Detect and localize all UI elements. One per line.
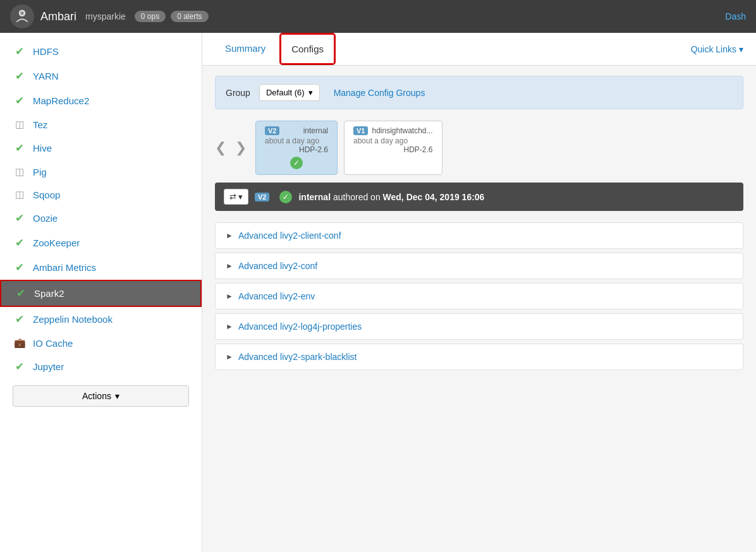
green_check-icon: ✔: [14, 287, 28, 300]
sidebar-label-tez: Tez: [33, 119, 47, 130]
sidebar-item-zeppelin[interactable]: ✔Zeppelin Notebook: [0, 307, 202, 332]
ver-time-1: about a day ago: [353, 136, 433, 145]
accordion-label-adv-livy2-log4j: Advanced livy2-log4j-properties: [238, 321, 362, 332]
top-navbar: Ambari mysparkie 0 ops 0 alerts Dash: [0, 0, 756, 33]
config-area: Group Default (6) ▾ Manage Config Groups…: [202, 66, 756, 384]
version-dark-bar: ⇄ ▾ V2 ✓ internal authored on Wed, Dec 0…: [215, 183, 743, 211]
ver-tag-1: hdinsightwatchd...: [372, 126, 432, 135]
sidebar-item-sqoop[interactable]: ◫Sqoop: [0, 183, 202, 206]
briefcase-icon: 💼: [13, 337, 27, 349]
shuffle-button[interactable]: ⇄ ▾: [224, 189, 248, 205]
green_check-icon: ✔: [13, 69, 27, 83]
green_check-icon: ✔: [13, 313, 27, 326]
sidebar-label-jupyter: Jupyter: [33, 361, 64, 372]
sidebar-label-hdfs: HDFS: [33, 46, 59, 57]
dark-bar-text3: Wed, Dec 04, 2019 16:06: [383, 192, 485, 202]
green_check-icon: ✔: [13, 45, 27, 58]
accordion-item-adv-livy2-spark-blacklist: ► Advanced livy2-spark-blacklist: [215, 344, 743, 370]
accordion-header-adv-livy2-log4j[interactable]: ► Advanced livy2-log4j-properties: [216, 314, 743, 339]
accordion-label-adv-livy2-conf: Advanced livy2-conf: [238, 261, 317, 271]
tabs-bar: Summary Configs Quick Links ▾: [202, 33, 756, 66]
alerts-badge[interactable]: 0 alerts: [171, 11, 208, 22]
ver-badge-0: V2: [265, 126, 279, 135]
sidebar-item-hdfs[interactable]: ✔HDFS: [0, 39, 202, 64]
actions-button[interactable]: Actions▾: [13, 385, 189, 407]
sidebar-item-oozie[interactable]: ✔Oozie: [0, 206, 202, 231]
version-card-1[interactable]: V1 hdinsightwatchd... about a day ago HD…: [344, 121, 442, 175]
accordion-item-adv-livy2-env: ► Advanced livy2-env: [215, 283, 743, 309]
green_check-icon: ✔: [13, 94, 27, 107]
accordion-header-adv-livy2-conf[interactable]: ► Advanced livy2-conf: [216, 253, 743, 279]
accordion-label-adv-livy2-env: Advanced livy2-env: [238, 291, 315, 301]
green_check-icon: ✔: [13, 261, 27, 274]
tab-summary[interactable]: Summary: [215, 34, 276, 64]
ver-time-0: about a day ago: [265, 136, 328, 145]
sidebar-label-zeppelin: Zeppelin Notebook: [33, 314, 113, 325]
manage-config-groups-link[interactable]: Manage Config Groups: [334, 88, 425, 98]
sidebar-item-io-cache[interactable]: 💼IO Cache: [0, 332, 202, 354]
accordion-label-adv-livy2-client-conf: Advanced livy2-client-conf: [238, 231, 341, 241]
group-select[interactable]: Default (6) ▾: [259, 84, 320, 101]
sidebar-label-spark2: Spark2: [34, 288, 64, 299]
sidebar-item-zookeeper[interactable]: ✔ZooKeeper: [0, 231, 202, 255]
ops-badge[interactable]: 0 ops: [135, 11, 166, 22]
sidebar-item-tez[interactable]: ◫Tez: [0, 113, 202, 136]
next-version-arrow[interactable]: ❯: [235, 140, 247, 156]
monitor-icon: ◫: [13, 166, 27, 177]
green_check-icon: ✔: [13, 141, 27, 155]
version-cards: V2 internal about a day ago HDP-2.6 ✓ V1…: [255, 121, 442, 175]
accordion-arrow-adv-livy2-client-conf: ►: [226, 231, 233, 240]
ver-hdp-1: HDP-2.6: [353, 145, 433, 154]
accordion-header-adv-livy2-env[interactable]: ► Advanced livy2-env: [216, 284, 743, 309]
dark-bar-text1: internal: [298, 192, 331, 202]
accordion-header-adv-livy2-client-conf[interactable]: ► Advanced livy2-client-conf: [216, 223, 743, 248]
sidebar-label-sqoop: Sqoop: [33, 189, 60, 200]
tab-configs[interactable]: Configs: [281, 34, 334, 64]
main-layout: ✔HDFS✔YARN✔MapReduce2◫Tez✔Hive◫Pig◫Sqoop…: [0, 33, 756, 552]
ver-badge-1: V1: [353, 126, 368, 135]
sidebar-item-hive[interactable]: ✔Hive: [0, 136, 202, 160]
cluster-name: mysparkie: [85, 11, 126, 21]
accordion-item-adv-livy2-client-conf: ► Advanced livy2-client-conf: [215, 222, 743, 249]
version-carousel: ❮ ❯ V2 internal about a day ago HDP-2.6 …: [215, 121, 743, 175]
dashboard-link[interactable]: Dash: [725, 11, 746, 21]
ver-check-icon: ✓: [290, 157, 303, 169]
sidebar-label-pig: Pig: [33, 167, 47, 177]
dark-bar-version-badge: V2: [255, 193, 269, 201]
monitor-icon: ◫: [13, 189, 27, 200]
sidebar: ✔HDFS✔YARN✔MapReduce2◫Tez✔Hive◫Pig◫Sqoop…: [0, 33, 202, 552]
accordion-arrow-adv-livy2-log4j: ►: [226, 322, 233, 331]
actions-label: Actions: [82, 391, 111, 401]
accordion-arrow-adv-livy2-env: ►: [226, 292, 233, 301]
sidebar-label-yarn: YARN: [33, 71, 59, 81]
dark-bar-text2: authored on: [333, 192, 381, 202]
sidebar-label-io-cache: IO Cache: [33, 338, 73, 349]
green_check-icon: ✔: [13, 236, 27, 249]
sidebar-item-ambari-metrics[interactable]: ✔Ambari Metrics: [0, 255, 202, 280]
sidebar-label-mapreduce2: MapReduce2: [33, 95, 89, 106]
ver-hdp-0: HDP-2.6: [265, 145, 328, 154]
accordion-arrow-adv-livy2-conf: ►: [226, 261, 233, 270]
app-logo: [10, 4, 34, 28]
accordion-arrow-adv-livy2-spark-blacklist: ►: [226, 352, 233, 361]
accordion-label-adv-livy2-spark-blacklist: Advanced livy2-spark-blacklist: [238, 352, 357, 362]
quick-links-dropdown[interactable]: Quick Links ▾: [691, 44, 743, 54]
sidebar-item-yarn[interactable]: ✔YARN: [0, 64, 202, 88]
version-card-0[interactable]: V2 internal about a day ago HDP-2.6 ✓: [255, 121, 338, 175]
sidebar-item-pig[interactable]: ◫Pig: [0, 160, 202, 183]
accordion-header-adv-livy2-spark-blacklist[interactable]: ► Advanced livy2-spark-blacklist: [216, 344, 743, 369]
sidebar-label-zookeeper: ZooKeeper: [33, 237, 80, 248]
sidebar-item-spark2[interactable]: ✔Spark2: [0, 280, 202, 307]
ver-tag-0: internal: [303, 126, 328, 135]
group-label: Group: [226, 88, 250, 98]
group-row: Group Default (6) ▾ Manage Config Groups: [215, 76, 743, 109]
sidebar-item-mapreduce2[interactable]: ✔MapReduce2: [0, 88, 202, 113]
sidebar-item-jupyter[interactable]: ✔Jupyter: [0, 354, 202, 379]
accordion-item-adv-livy2-conf: ► Advanced livy2-conf: [215, 253, 743, 279]
sidebar-label-oozie: Oozie: [33, 213, 58, 224]
sidebar-label-hive: Hive: [33, 143, 52, 153]
prev-version-arrow[interactable]: ❮: [215, 140, 226, 156]
accordion-list: ► Advanced livy2-client-conf ► Advanced …: [215, 222, 743, 370]
green_check-icon: ✔: [13, 360, 27, 373]
app-title: Ambari: [40, 10, 76, 23]
